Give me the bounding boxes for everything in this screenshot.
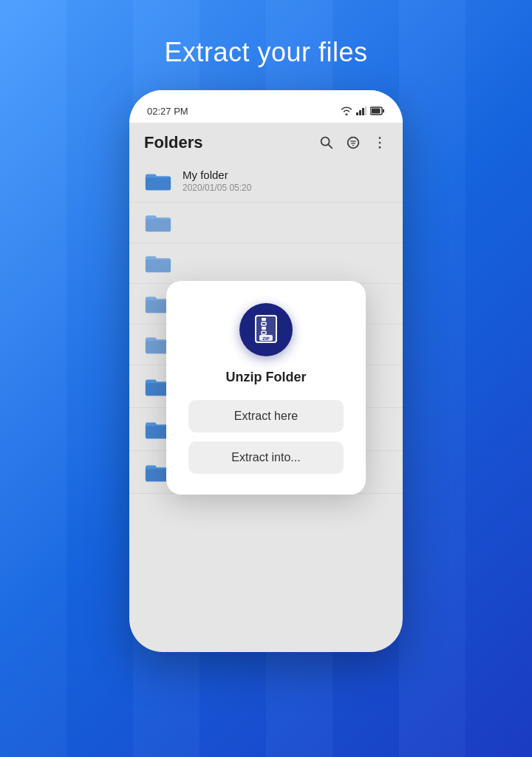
app-content: Folders xyxy=(129,123,403,652)
status-icons xyxy=(341,106,385,115)
dialog-overlay[interactable]: ZIP Unzip Folder Extract here Extract in… xyxy=(129,123,403,652)
dialog-title: Unzip Folder xyxy=(226,370,307,385)
zip-icon: ZIP xyxy=(252,314,280,345)
svg-rect-1 xyxy=(359,110,361,115)
wifi-icon xyxy=(341,106,352,115)
svg-rect-0 xyxy=(356,112,358,115)
extract-into-button[interactable]: Extract into... xyxy=(188,441,344,474)
svg-rect-6 xyxy=(383,109,384,113)
svg-text:ZIP: ZIP xyxy=(262,336,269,341)
page-title: Extract your files xyxy=(164,37,367,68)
dialog-icon-circle: ZIP xyxy=(239,303,293,356)
extract-here-button[interactable]: Extract here xyxy=(188,400,344,432)
svg-rect-3 xyxy=(365,106,366,115)
phone-notch xyxy=(218,90,314,111)
signal-icon xyxy=(356,106,366,115)
svg-rect-44 xyxy=(262,327,266,330)
svg-rect-5 xyxy=(372,109,381,114)
phone-frame: 02:27 PM F xyxy=(129,90,403,652)
svg-rect-2 xyxy=(362,108,364,115)
status-time: 02:27 PM xyxy=(147,106,188,117)
svg-rect-42 xyxy=(262,318,266,321)
unzip-dialog: ZIP Unzip Folder Extract here Extract in… xyxy=(166,281,366,495)
battery-icon xyxy=(370,106,385,115)
